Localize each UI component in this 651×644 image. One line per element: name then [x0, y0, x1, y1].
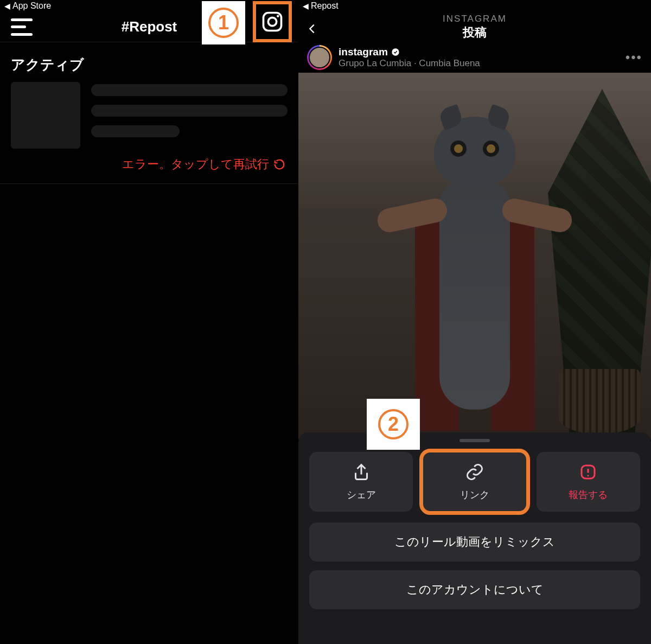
section-active-title: アクティブ	[0, 42, 298, 82]
post-music-label: Grupo La Cumbia · Cumbia Buena	[339, 58, 619, 69]
callout-badge-2: 2	[367, 399, 420, 450]
callout-badge-1: 1	[202, 1, 245, 44]
skeleton-thumbnail	[11, 82, 80, 149]
instagram-post-screen: ◀ Repost INSTAGRAM 投稿 instagram Grupo La…	[298, 0, 651, 644]
callout-number: 1	[208, 8, 239, 38]
skeleton-lines	[91, 82, 288, 149]
status-back-label[interactable]: Repost	[311, 1, 339, 11]
action-sheet: シェア リンク 報告する このリール動画をリミックス このアカウントについて	[298, 432, 651, 644]
status-back-label[interactable]: App Store	[12, 1, 51, 11]
app-title: #Repost	[122, 18, 177, 35]
avatar[interactable]	[307, 45, 332, 70]
report-label: 報告する	[569, 488, 608, 501]
right-header: INSTAGRAM 投稿	[298, 12, 651, 42]
status-bar-right: ◀ Repost	[298, 0, 651, 12]
back-triangle-icon[interactable]: ◀	[303, 2, 309, 10]
verified-icon	[391, 48, 400, 56]
loading-skeleton-row	[0, 82, 298, 149]
report-action[interactable]: 報告する	[537, 452, 640, 512]
more-options-button[interactable]: •••	[626, 50, 642, 65]
svg-point-1	[268, 17, 276, 25]
retry-icon	[273, 158, 285, 170]
post-header-text[interactable]: instagram Grupo La Cumbia · Cumbia Buena	[339, 46, 619, 69]
svg-point-5	[588, 475, 589, 476]
share-action[interactable]: シェア	[309, 452, 413, 512]
hamburger-menu-button[interactable]	[11, 18, 33, 36]
svg-point-3	[392, 48, 399, 55]
callout-number: 2	[378, 409, 409, 439]
instagram-icon	[260, 10, 284, 34]
skeleton-line	[91, 84, 288, 96]
share-label: シェア	[347, 488, 376, 501]
report-icon	[578, 462, 598, 482]
svg-point-2	[277, 15, 279, 17]
about-account-item[interactable]: このアカウントについて	[309, 570, 640, 609]
header-subtitle: 投稿	[463, 24, 487, 41]
post-username: instagram	[339, 46, 388, 58]
link-label: リンク	[460, 488, 489, 501]
post-header: instagram Grupo La Cumbia · Cumbia Buena…	[298, 42, 651, 73]
link-icon	[465, 462, 484, 482]
open-instagram-button[interactable]	[253, 1, 292, 42]
back-triangle-icon[interactable]: ◀	[4, 2, 10, 10]
skeleton-line	[91, 105, 288, 117]
repost-app-screen: ◀ App Store #Repost 1 アクティブ エラー。タップして再試行	[0, 0, 298, 644]
sheet-grabber[interactable]	[459, 439, 490, 442]
header-brand: INSTAGRAM	[443, 14, 507, 24]
skeleton-line	[91, 125, 180, 137]
share-icon	[352, 462, 371, 482]
link-action[interactable]: リンク	[423, 452, 526, 512]
post-media[interactable]	[298, 73, 651, 439]
chevron-left-icon	[306, 20, 318, 38]
error-text: エラー。タップして再試行	[122, 156, 269, 173]
action-row: シェア リンク 報告する	[309, 452, 640, 512]
error-retry-row[interactable]: エラー。タップして再試行	[0, 149, 298, 184]
remix-reel-item[interactable]: このリール動画をリミックス	[309, 522, 640, 562]
back-button[interactable]	[306, 20, 318, 40]
